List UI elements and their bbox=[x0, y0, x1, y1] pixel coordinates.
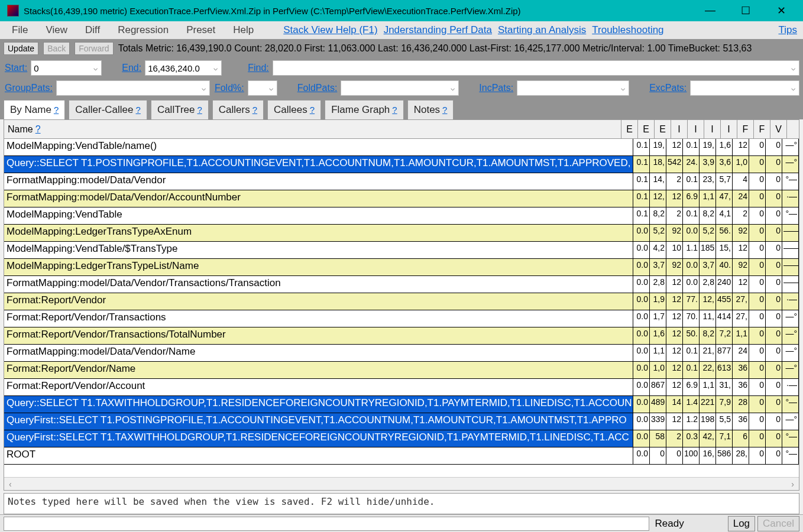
row-value-cell[interactable]: 0.1 bbox=[633, 173, 650, 190]
menu-help[interactable]: Help bbox=[227, 22, 260, 38]
row-value-cell[interactable]: 2 bbox=[666, 173, 683, 190]
row-value-cell[interactable]: 0 bbox=[749, 190, 766, 207]
row-value-cell[interactable]: 4,2 bbox=[650, 242, 666, 258]
row-value-cell[interactable]: 47, bbox=[716, 190, 733, 207]
table-row[interactable]: ModelMapping:VendTable/$TransType0.04,21… bbox=[4, 242, 799, 259]
row-value-cell[interactable]: 12 bbox=[666, 190, 683, 207]
row-value-cell[interactable]: 12 bbox=[666, 139, 683, 155]
col-header[interactable]: I bbox=[721, 120, 737, 138]
row-value-cell[interactable]: 0.0 bbox=[633, 413, 650, 430]
row-value-cell[interactable]: 0 bbox=[749, 396, 766, 413]
row-value-cell[interactable]: 0 bbox=[766, 190, 782, 207]
row-value-cell[interactable]: 4 bbox=[733, 173, 749, 190]
row-value-cell[interactable]: 0 bbox=[749, 413, 766, 430]
row-value-cell[interactable]: 7,1 bbox=[716, 430, 733, 447]
row-value-cell[interactable]: 12 bbox=[666, 293, 683, 310]
table-row[interactable]: FormatMapping:model/Data/Vendor0.114,20.… bbox=[4, 173, 799, 190]
row-value-cell[interactable]: 0 bbox=[766, 327, 782, 344]
row-value-cell[interactable]: 92 bbox=[733, 225, 749, 241]
row-value-cell[interactable]: 5,2 bbox=[650, 225, 666, 241]
row-name-cell[interactable]: QueryFirst::SELECT T1.POSTINGPROFILE,T1.… bbox=[4, 413, 633, 430]
row-value-cell[interactable]: 0 bbox=[766, 139, 782, 155]
link-tips[interactable]: Tips bbox=[779, 24, 798, 36]
row-value-cell[interactable]: 0 bbox=[749, 362, 766, 378]
row-value-cell[interactable]: 42, bbox=[700, 430, 716, 447]
foldpats-label[interactable]: FoldPats: bbox=[297, 83, 338, 93]
row-value-cell[interactable]: 50. bbox=[683, 327, 700, 344]
table-row[interactable]: FormatMapping:model/Data/Vendor/Transact… bbox=[4, 276, 799, 293]
row-value-cell[interactable]: 0 bbox=[766, 207, 782, 224]
row-name-cell[interactable]: QueryFirst::SELECT T1.TAXWITHHOLDGROUP,T… bbox=[4, 430, 633, 447]
row-value-cell[interactable]: 1,0 bbox=[650, 362, 666, 378]
row-value-cell[interactable]: °— bbox=[782, 396, 799, 413]
minimize-button[interactable]: — bbox=[701, 4, 719, 17]
row-value-cell[interactable]: 12 bbox=[666, 327, 683, 344]
row-value-cell[interactable]: 0 bbox=[749, 173, 766, 190]
row-value-cell[interactable]: 0.0 bbox=[683, 259, 700, 275]
row-value-cell[interactable]: 11, bbox=[700, 310, 716, 327]
row-value-cell[interactable]: 14, bbox=[650, 173, 666, 190]
row-value-cell[interactable]: —— bbox=[782, 242, 799, 258]
row-value-cell[interactable]: 0 bbox=[749, 276, 766, 293]
row-value-cell[interactable]: 542 bbox=[666, 156, 683, 173]
row-value-cell[interactable]: 58 bbox=[650, 430, 666, 447]
table-row[interactable]: ROOT0.00010016,58628,00°— bbox=[4, 447, 799, 465]
row-value-cell[interactable]: 0 bbox=[749, 225, 766, 241]
row-value-cell[interactable]: 2 bbox=[666, 430, 683, 447]
menu-diff[interactable]: Diff bbox=[79, 22, 106, 38]
row-value-cell[interactable]: 455 bbox=[716, 293, 733, 310]
row-value-cell[interactable]: 0 bbox=[766, 447, 782, 464]
row-value-cell[interactable]: 36 bbox=[733, 379, 749, 395]
row-value-cell[interactable]: 0 bbox=[766, 242, 782, 258]
row-value-cell[interactable]: 27, bbox=[733, 310, 749, 327]
row-value-cell[interactable]: 36 bbox=[733, 413, 749, 430]
row-value-cell[interactable]: 77. bbox=[683, 293, 700, 310]
row-value-cell[interactable]: 877 bbox=[716, 345, 733, 361]
menu-regression[interactable]: Regression bbox=[112, 22, 174, 38]
row-value-cell[interactable]: 1.1 bbox=[683, 242, 700, 258]
row-value-cell[interactable]: 0 bbox=[766, 156, 782, 173]
table-row[interactable]: Format:Report/Vendor0.01,91277.12,45527,… bbox=[4, 293, 799, 310]
row-value-cell[interactable]: 15, bbox=[716, 242, 733, 258]
table-row[interactable]: FormatMapping:model/Data/Vendor/AccountN… bbox=[4, 190, 799, 207]
row-value-cell[interactable]: —° bbox=[782, 413, 799, 430]
end-input[interactable]: 16,436,240.0 bbox=[145, 60, 222, 76]
row-value-cell[interactable]: 18, bbox=[650, 156, 666, 173]
row-value-cell[interactable]: 0 bbox=[749, 242, 766, 258]
table-row[interactable]: Format:Report/Vendor/Name0.01,0120.122,6… bbox=[4, 362, 799, 379]
row-value-cell[interactable]: 21, bbox=[700, 345, 716, 361]
tab-callers[interactable]: Callers? bbox=[212, 100, 264, 119]
row-value-cell[interactable]: 0.0 bbox=[633, 362, 650, 378]
row-value-cell[interactable]: 0.1 bbox=[683, 139, 700, 155]
row-value-cell[interactable]: 0 bbox=[749, 447, 766, 464]
row-value-cell[interactable]: 12 bbox=[733, 139, 749, 155]
tab-caller-callee[interactable]: Caller-Callee? bbox=[69, 100, 147, 119]
menu-file[interactable]: File bbox=[6, 22, 34, 38]
row-value-cell[interactable]: 12, bbox=[650, 190, 666, 207]
tab-calltree[interactable]: CallTree? bbox=[151, 100, 209, 119]
row-value-cell[interactable]: 5,7 bbox=[716, 173, 733, 190]
row-value-cell[interactable]: 12 bbox=[666, 345, 683, 361]
row-value-cell[interactable]: ·— bbox=[782, 293, 799, 310]
row-value-cell[interactable]: 0.1 bbox=[683, 362, 700, 378]
row-value-cell[interactable]: 24 bbox=[733, 190, 749, 207]
table-row[interactable]: ModelMapping:VendTable0.18,220.18,24,120… bbox=[4, 207, 799, 225]
row-value-cell[interactable]: 0 bbox=[650, 447, 666, 464]
row-value-cell[interactable]: 12 bbox=[666, 379, 683, 395]
row-value-cell[interactable]: 0.0 bbox=[633, 242, 650, 258]
col-header[interactable]: E bbox=[655, 120, 671, 138]
row-value-cell[interactable]: 2 bbox=[666, 207, 683, 224]
row-value-cell[interactable]: 414 bbox=[716, 310, 733, 327]
row-value-cell[interactable]: 12 bbox=[733, 276, 749, 293]
row-value-cell[interactable]: 0 bbox=[766, 276, 782, 293]
row-value-cell[interactable]: 1,9 bbox=[650, 293, 666, 310]
link-starting[interactable]: Starting an Analysis bbox=[498, 24, 586, 36]
row-value-cell[interactable]: °— bbox=[782, 430, 799, 447]
row-value-cell[interactable]: 1,6 bbox=[716, 139, 733, 155]
row-value-cell[interactable]: 92 bbox=[666, 259, 683, 275]
row-value-cell[interactable]: 1,6 bbox=[650, 327, 666, 344]
table-row[interactable]: QueryFirst::SELECT T1.TAXWITHHOLDGROUP,T… bbox=[4, 430, 799, 447]
row-value-cell[interactable]: °— bbox=[782, 207, 799, 224]
find-label[interactable]: Find: bbox=[248, 63, 269, 73]
row-value-cell[interactable]: 3,6 bbox=[716, 156, 733, 173]
